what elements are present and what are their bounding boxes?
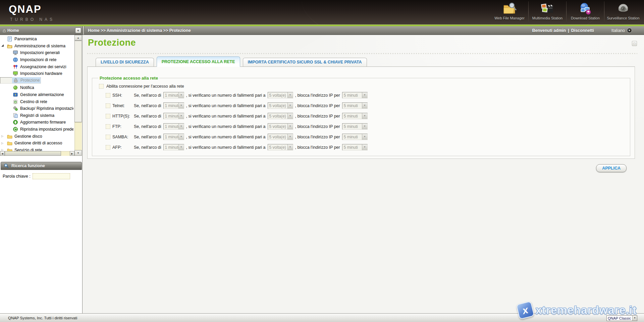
footer-bar: QNAP Systems, Inc. Tutti i diritti riser… [0,313,644,322]
tree-expander-icon[interactable] [1,148,6,151]
scrollbar-thumb[interactable] [74,41,82,122]
station-multimedia[interactable]: Multimedia Station [529,0,566,25]
row-text-1: Se, nell'arco di [134,135,161,139]
tree-expander-icon[interactable] [1,135,6,138]
chevron-down-icon [287,113,293,119]
row-text-1: Se, nell'arco di [134,145,161,150]
sidebar-item-backup-ripristina-impostazioni[interactable]: Backup/ Ripristina impostazioni [0,105,74,112]
block-duration-select[interactable]: 5 minuti [342,134,368,140]
theme-select[interactable]: QNAP Classic [606,315,637,321]
chevron-down-icon [362,134,367,140]
fieldset-legend: Protezione accesso alla rete [98,76,159,81]
service-row-ssh: SSH: Se, nell'arco di 1 minuto , si veri… [96,90,627,100]
scroll-down-button[interactable] [74,150,82,156]
scroll-right-button[interactable] [70,151,74,156]
chevron-down-icon [362,92,367,98]
block-duration-select[interactable]: 5 minuti [342,113,368,119]
sidebar-item-gestione-diritti-di-accesso[interactable]: Gestione diritti di accesso [0,140,74,147]
sidebar-item-impostazioni-di-rete[interactable]: Impostazioni di rete [0,56,74,63]
sidebar-item-cestino-di-rete[interactable]: Cestino di rete [0,98,74,105]
interval-select[interactable]: 1 minuto [163,123,184,130]
station-download[interactable]: Download Station [567,0,603,25]
chevron-down-icon [287,124,293,129]
tab-protezione-accesso-alla-rete[interactable]: PROTEZIONE ACCESSO ALLA RETE [157,56,240,67]
sidebar-item-aggiornamento-firmware[interactable]: Aggiornamento firmware [0,119,74,126]
turbo-nas-label: TURBO NAS [10,17,55,22]
interval-select[interactable]: 1 minuto [163,134,184,140]
service-label: HTTP(S): [112,114,132,119]
block-duration-select[interactable]: 5 minuti [342,102,368,109]
sidebar-item-gestione-alimentazione[interactable]: Gestione alimentazione [0,91,74,98]
restore-defaults-icon [13,127,18,132]
enable-protection-label: Abilita connessione per l'accesso alla r… [106,84,184,89]
failures-select[interactable]: 5 volta(e) [268,134,293,140]
qnap-admin-screen: QNAP TURBO NAS Web File Manager [0,0,644,322]
folder-icon [7,147,12,151]
row-text-2: , si verificano un numero di fallimenti … [186,114,266,119]
sidebar-item-gestione-disco[interactable]: Gestione disco [0,133,74,140]
station-launcher: Web File Manager Multimedia Station [491,0,641,25]
failures-select[interactable]: 5 volta(e) [268,144,293,150]
station-web-file-manager[interactable]: Web File Manager [491,0,528,25]
ssh-checkbox[interactable] [106,93,110,98]
block-duration-select[interactable]: 5 minuti [342,123,368,130]
tree-expander-icon[interactable] [1,44,6,47]
sidebar-item-impostazioni-generali[interactable]: Impostazioni generali [0,49,74,56]
keyword-input[interactable] [33,173,70,179]
collapse-sidebar-button[interactable] [75,28,81,33]
sidebar-item-impostazioni-hardware[interactable]: Impostazioni hardware [0,70,74,77]
chevron-down-icon [362,113,367,119]
ftp-checkbox[interactable] [106,124,110,129]
download-station-icon [578,2,592,15]
https-checkbox[interactable] [106,114,110,119]
tab-livello-di-sicurezza[interactable]: LIVELLO DI SICUREZZA [96,58,154,66]
interval-select[interactable]: 1 minuto [163,102,184,109]
enable-protection-checkbox[interactable] [99,84,104,89]
topbar: QNAP TURBO NAS Web File Manager [0,0,644,25]
station-label: Multimedia Station [532,16,563,20]
sidebar-vertical-scrollbar[interactable] [74,35,82,156]
scrollbar-track[interactable] [74,122,82,150]
search-panel-header[interactable]: Ricerca funzione [1,162,82,170]
failures-select[interactable]: 5 volta(e) [268,92,293,98]
sidebar-item-servizio-di-rete[interactable]: Servizio di rete [0,146,74,151]
sidebar-item-protezione[interactable]: Protezione [0,77,41,84]
chevron-down-icon [178,113,184,119]
block-duration-select[interactable]: 5 minuti [342,144,368,150]
scrollbar-thumb[interactable] [5,151,61,156]
folder-open-icon [7,43,12,49]
interval-select[interactable]: 1 minuto [163,144,184,150]
afp-checkbox[interactable] [106,145,110,150]
sidebar-item-assegnazione-dei-servizi[interactable]: Assegnazione dei servizi [0,63,74,70]
sidebar-item-panoramica[interactable]: Panoramica [0,36,74,43]
sidebar-item-ripristina-impostazioni-predefinite[interactable]: Ripristina impostazioni predefinite [0,126,74,133]
interval-select[interactable]: 1 minuto [163,92,184,98]
surveillance-station-icon [616,2,630,15]
sidebar-item-notifica[interactable]: Notifica [0,84,74,91]
apply-button[interactable]: APPLICA [596,164,627,172]
station-surveillance[interactable]: Surveillance Station [605,0,641,25]
block-duration-select[interactable]: 5 minuti [342,92,368,98]
scroll-left-button[interactable] [0,151,5,156]
tab-importa-certificato-ssl[interactable]: IMPORTA CERTIFICATO SICURO SSL & CHIAVE … [243,58,367,66]
row-text-3: , blocca l'indirizzo IP per [295,145,340,150]
logout-link[interactable]: Disconnetti [571,28,594,33]
multimedia-station-icon [540,2,554,15]
failures-select[interactable]: 5 volta(e) [268,113,293,119]
failures-select[interactable]: 5 volta(e) [268,102,293,109]
failures-select[interactable]: 5 volta(e) [268,123,293,130]
telnet-checkbox[interactable] [106,103,110,108]
main-content: Protezione LIVELLO DI SICUREZZA PROTEZIO… [83,35,644,313]
tree-expander-icon[interactable] [1,142,6,145]
help-icon[interactable] [632,41,637,46]
interval-select[interactable]: 1 minuto [163,113,184,119]
sidebar-item-amministrazione-di-sistema[interactable]: Amministrazione di sistema [0,43,74,50]
sidebar-item-registri-di-sistema[interactable]: Registri di sistema [0,112,74,119]
row-text-2: , si verificano un numero di fallimenti … [186,93,266,98]
samba-checkbox[interactable] [106,135,110,139]
row-text-1: Se, nell'arco di [134,103,161,108]
sidebar-horizontal-scrollbar[interactable] [0,151,74,156]
station-divider [604,1,604,23]
scroll-up-button[interactable] [74,35,82,41]
language-selector[interactable]: Italiano [611,28,632,33]
